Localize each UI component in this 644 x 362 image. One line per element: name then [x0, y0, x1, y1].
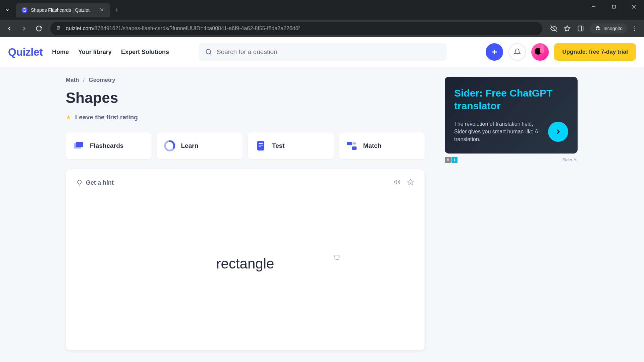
- breadcrumb: Math / Geometry: [66, 77, 425, 83]
- mode-learn[interactable]: Learn: [157, 132, 243, 159]
- ad-card[interactable]: Sider: Free ChatGPT translator The revol…: [445, 77, 578, 154]
- nav-home[interactable]: Home: [52, 49, 69, 56]
- notifications-button[interactable]: [508, 43, 526, 61]
- mode-flashcards[interactable]: Flashcards: [66, 132, 152, 159]
- bookmark-icon[interactable]: [561, 22, 573, 35]
- quizlet-logo[interactable]: Quizlet: [8, 46, 43, 58]
- rating-row[interactable]: ★ Leave the first rating: [66, 114, 425, 121]
- content-area: Math / Geometry Shapes ★ Leave the first…: [0, 67, 644, 350]
- svg-rect-21: [259, 145, 263, 145]
- flashcard-toolbar: Get a hint: [76, 179, 414, 187]
- learn-icon: [164, 140, 176, 152]
- svg-point-12: [206, 50, 210, 54]
- tab-title: Shapes Flashcards | Quizlet: [31, 7, 95, 13]
- match-icon: [346, 140, 358, 152]
- mode-test[interactable]: Test: [248, 132, 334, 159]
- svg-point-5: [57, 26, 58, 27]
- nav-library[interactable]: Your library: [78, 49, 112, 56]
- svg-point-7: [57, 28, 58, 29]
- browser-chrome: Shapes Flashcards | Quizlet ✕ +: [0, 0, 644, 20]
- ad-meta: ✕ i Sider.AI: [445, 157, 578, 163]
- mode-label: Test: [272, 142, 285, 149]
- search-input[interactable]: [217, 48, 440, 56]
- flashcard[interactable]: Get a hint rectangle ⬚: [66, 169, 425, 350]
- page-title: Shapes: [66, 89, 425, 106]
- tab-search-dropdown[interactable]: [0, 3, 15, 17]
- back-button[interactable]: [3, 22, 15, 35]
- tab-strip: Shapes Flashcards | Quizlet ✕ +: [0, 0, 644, 20]
- ad-body-text: The revolution of translation field, Sid…: [454, 120, 541, 143]
- address-bar[interactable]: quizlet.com/878491621/shapes-flash-cards…: [50, 22, 542, 35]
- incognito-label: Incognito: [603, 26, 623, 31]
- svg-rect-25: [353, 142, 356, 144]
- svg-line-13: [210, 53, 211, 55]
- search-bar[interactable]: [199, 43, 447, 61]
- svg-rect-22: [259, 146, 261, 147]
- avatar[interactable]: [531, 43, 549, 61]
- browser-tab[interactable]: Shapes Flashcards | Quizlet ✕: [16, 3, 110, 17]
- extensions-icon[interactable]: [575, 22, 587, 35]
- star-icon: ★: [66, 114, 71, 121]
- upgrade-button[interactable]: Upgrade: free 7-day trial: [554, 43, 636, 61]
- audio-button[interactable]: [394, 179, 400, 187]
- ad-close-icon[interactable]: ✕: [445, 157, 451, 163]
- svg-marker-27: [408, 179, 414, 185]
- new-tab-button[interactable]: +: [110, 6, 124, 14]
- svg-rect-19: [257, 141, 264, 150]
- flashcards-icon: [72, 140, 85, 152]
- mode-label: Flashcards: [90, 142, 123, 149]
- svg-rect-20: [259, 143, 263, 144]
- forward-button[interactable]: [18, 22, 30, 35]
- rating-text: Leave the first rating: [75, 114, 138, 121]
- hint-label: Get a hint: [86, 179, 114, 186]
- svg-rect-17: [76, 142, 83, 147]
- breadcrumb-separator: /: [83, 77, 85, 83]
- ad-attribution: Sider.AI: [562, 157, 578, 162]
- svg-rect-10: [578, 26, 583, 31]
- close-window-button[interactable]: [624, 0, 644, 13]
- svg-rect-23: [347, 142, 352, 145]
- nav-expert-solutions[interactable]: Expert Solutions: [121, 49, 169, 56]
- study-modes: Flashcards Learn Test Match: [66, 132, 425, 159]
- app-header: Quizlet Home Your library Expert Solutio…: [0, 37, 644, 67]
- breadcrumb-math[interactable]: Math: [66, 77, 79, 83]
- svg-marker-9: [565, 26, 570, 31]
- site-settings-icon[interactable]: [56, 25, 62, 32]
- star-button[interactable]: [407, 179, 414, 187]
- main-column: Math / Geometry Shapes ★ Leave the first…: [66, 77, 425, 350]
- svg-marker-26: [394, 180, 397, 184]
- mode-match[interactable]: Match: [339, 132, 425, 159]
- hint-button[interactable]: Get a hint: [76, 179, 114, 186]
- quizlet-favicon-icon: [21, 7, 28, 13]
- mode-label: Learn: [181, 142, 199, 149]
- lightbulb-icon: [76, 180, 83, 186]
- tab-close-icon[interactable]: ✕: [99, 7, 105, 13]
- maximize-button[interactable]: [604, 0, 624, 13]
- ad-info-icon[interactable]: i: [451, 157, 458, 163]
- ad-title: Sider: Free ChatGPT translator: [454, 87, 568, 112]
- url-text: quizlet.com/878491621/shapes-flash-cards…: [66, 25, 300, 32]
- mode-label: Match: [363, 142, 382, 149]
- create-button[interactable]: [486, 43, 503, 61]
- breadcrumb-geometry[interactable]: Geometry: [89, 77, 115, 83]
- minimize-button[interactable]: [584, 0, 604, 13]
- tracking-icon[interactable]: [548, 22, 560, 35]
- incognito-badge[interactable]: Incognito: [590, 23, 627, 34]
- cursor-icon: ⬚: [334, 253, 340, 260]
- reload-button[interactable]: [33, 22, 45, 35]
- svg-rect-2: [612, 5, 615, 8]
- browser-toolbar: quizlet.com/878491621/shapes-flash-cards…: [0, 20, 644, 37]
- svg-rect-24: [352, 146, 357, 150]
- window-controls: [584, 0, 644, 13]
- browser-menu-icon[interactable]: ⋮: [629, 25, 641, 32]
- svg-point-6: [59, 27, 60, 28]
- test-icon: [255, 140, 267, 152]
- sidebar-column: Sider: Free ChatGPT translator The revol…: [445, 77, 578, 350]
- incognito-icon: [595, 25, 601, 32]
- ad-cta-button[interactable]: [548, 122, 568, 142]
- flashcard-term: rectangle: [76, 187, 414, 341]
- search-icon: [205, 49, 212, 55]
